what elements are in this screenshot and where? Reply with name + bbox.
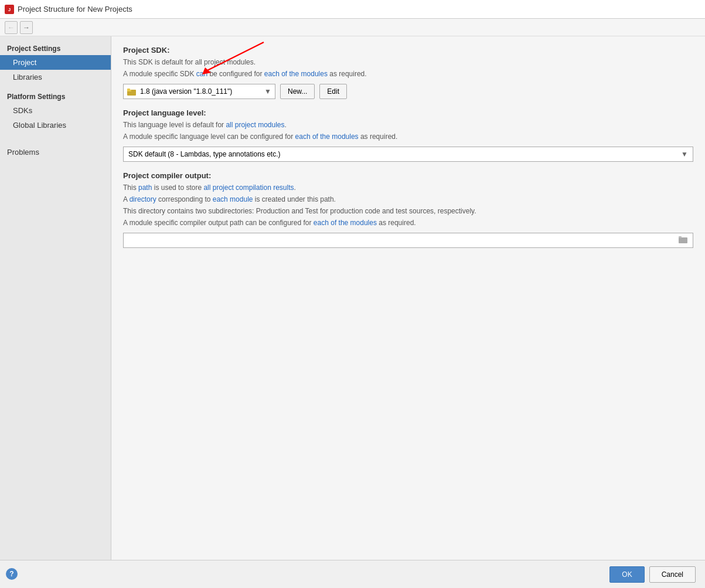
sidebar-item-libraries[interactable]: Libraries: [0, 70, 111, 84]
language-desc2: A module specific language level can be …: [123, 131, 693, 142]
sdk-desc1: This SDK is default for all project modu…: [123, 57, 693, 67]
sdk-row: 1.8 (java version "1.8.0_111") ▼ New... …: [123, 84, 693, 99]
compiler-output-input[interactable]: [127, 236, 677, 244]
sdk-title: Project SDK:: [123, 46, 693, 55]
back-button[interactable]: ←: [5, 21, 18, 34]
sidebar: Project Settings Project Libraries Platf…: [0, 36, 111, 560]
svg-rect-5: [679, 237, 687, 243]
language-value: SDK default (8 - Lambdas, type annotatio…: [128, 150, 280, 158]
app-icon: J: [5, 5, 14, 14]
platform-settings-label: Platform Settings: [0, 89, 111, 103]
main-layout: Project Settings Project Libraries Platf…: [0, 36, 705, 560]
sdk-value: 1.8 (java version "1.8.0_111"): [140, 87, 232, 96]
compiler-desc4: A module specific compiler output path c…: [123, 217, 693, 228]
sdk-dropdown-arrow: ▼: [264, 87, 271, 96]
language-dropdown[interactable]: SDK default (8 - Lambdas, type annotatio…: [123, 147, 693, 162]
compiler-title: Project compiler output:: [123, 171, 693, 180]
svg-rect-6: [679, 236, 682, 238]
compiler-desc2: A directory corresponding to each module…: [123, 194, 693, 205]
sidebar-item-sdks[interactable]: SDKs: [0, 103, 111, 118]
folder-icon: [127, 88, 137, 95]
sdk-dropdown[interactable]: 1.8 (java version "1.8.0_111") ▼: [123, 84, 275, 99]
ok-button[interactable]: OK: [609, 566, 644, 583]
language-title: Project language level:: [123, 108, 693, 117]
sidebar-item-project[interactable]: Project: [0, 55, 111, 70]
window-title: Project Structure for New Projects: [18, 5, 132, 13]
compiler-desc1: This path is used to store all project c…: [123, 182, 693, 193]
sdk-section: Project SDK: This SDK is default for all…: [123, 46, 693, 99]
language-section: Project language level: This language le…: [123, 108, 693, 162]
compiler-output-path-field: [123, 233, 693, 248]
content-area: Project SDK: This SDK is default for all…: [111, 36, 705, 560]
compiler-desc3: This directory contains two subdirectori…: [123, 206, 693, 216]
language-desc1: This language level is default for all p…: [123, 120, 693, 130]
sidebar-item-problems[interactable]: Problems: [0, 142, 111, 159]
edit-sdk-button[interactable]: Edit: [319, 84, 347, 99]
sidebar-item-global-libraries[interactable]: Global Libraries: [0, 118, 111, 132]
svg-text:J: J: [8, 7, 11, 12]
new-sdk-button[interactable]: New...: [280, 84, 315, 99]
cancel-button[interactable]: Cancel: [649, 566, 696, 583]
browse-folder-button[interactable]: [677, 236, 689, 246]
project-settings-label: Project Settings: [0, 41, 111, 55]
bottom-bar: ? OK Cancel: [0, 560, 705, 588]
language-dropdown-arrow: ▼: [681, 150, 688, 158]
nav-bar: ← →: [0, 19, 705, 36]
sdk-desc2: A module specific SDK can be configured …: [123, 69, 693, 79]
help-button[interactable]: ?: [6, 568, 18, 580]
title-bar: J Project Structure for New Projects: [0, 0, 705, 19]
svg-rect-4: [127, 89, 130, 90]
compiler-section: Project compiler output: This path is us…: [123, 171, 693, 248]
forward-button[interactable]: →: [20, 21, 33, 34]
